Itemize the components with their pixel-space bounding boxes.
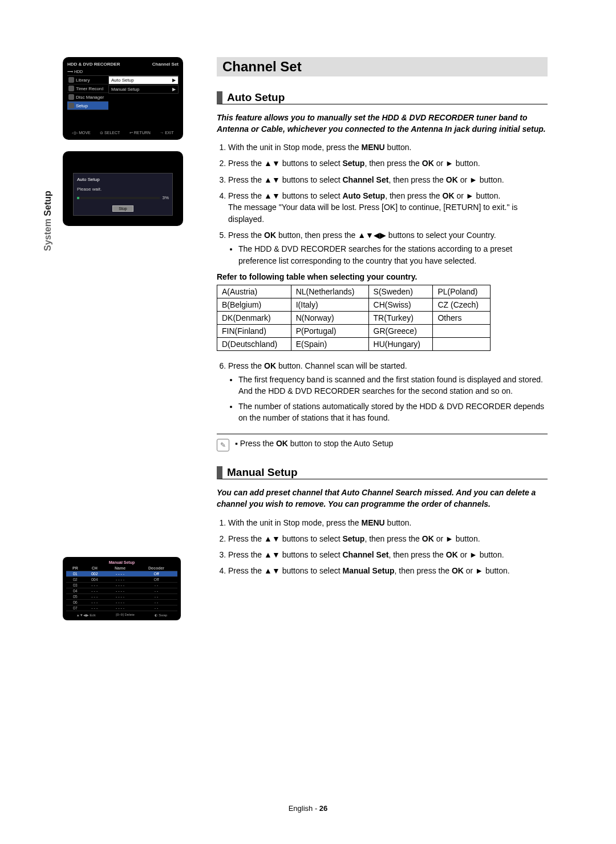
manual-steps: With the unit in Stop mode, press the ME… (217, 517, 548, 577)
side-tab-dark: Setup (43, 191, 52, 216)
osd-sub-manual: Manual Setup▶ (108, 85, 179, 94)
osd-menu-library: Library (67, 76, 108, 84)
auto-setup-intro: This feature allows you to manually set … (217, 112, 548, 135)
table-row: 07- - -- - - -- - (66, 605, 177, 611)
side-tab-light: System (43, 216, 52, 251)
table-row: 03- - -- - - -- - (66, 583, 177, 588)
mstep-1: With the unit in Stop mode, press the ME… (228, 517, 548, 528)
osd-manual-table: Manual Setup PR CH Name Decoder 01002- -… (63, 557, 181, 620)
table-row: 05- - -- - - -- - (66, 594, 177, 600)
mstep-3: Press the ▲▼ buttons to select Channel S… (228, 549, 548, 560)
table-row: 02004- - - -Off (66, 577, 177, 583)
step-5: Press the OK button, then press the ▲▼◀▶… (228, 229, 548, 266)
section-band: Channel Set (217, 57, 548, 76)
osd-auto-progress: Auto Setup Please wait. 3% Stop (63, 151, 183, 226)
osd-hdd-indicator: ⟶ HDD (67, 68, 179, 75)
manual-setup-heading: Manual Setup (217, 466, 548, 479)
step-6: Press the OK button. Channel scan will b… (228, 360, 548, 423)
table-row: 04- - -- - - -- - (66, 588, 177, 594)
osd-menu-setup: Setup (67, 102, 108, 110)
step-2: Press the ▲▼ buttons to select Setup, th… (228, 158, 548, 169)
osd-title-right: Channel Set (152, 62, 179, 67)
note-box: ✎ ▪ Press the OK button to stop the Auto… (217, 434, 548, 451)
osd2-stop-button: Stop (112, 205, 133, 212)
page-footer: English - 26 (0, 804, 616, 813)
osd-sub-auto: Auto Setup▶ (108, 76, 179, 84)
table-row: 06- - -- - - -- - (66, 600, 177, 605)
osd-menu-disc: Disc Manager (67, 93, 108, 102)
osd-title-left: HDD & DVD RECORDER (67, 62, 120, 67)
osd2-progress-fill (77, 197, 79, 199)
country-table: A(Austria)NL(Netherlands)S(Sweden)PL(Pol… (217, 285, 491, 351)
mstep-2: Press the ▲▼ buttons to select Setup, th… (228, 533, 548, 544)
side-tab: System Setup (43, 191, 53, 251)
osd2-percent: 3% (162, 195, 169, 200)
step-1: With the unit in Stop mode, press the ME… (228, 142, 548, 153)
osd2-title: Auto Setup (77, 177, 169, 182)
osd-channel-set: HDD & DVD RECORDER Channel Set ⟶ HDD Lib… (63, 57, 183, 140)
osd3-title: Manual Setup (66, 560, 177, 564)
osd2-msg: Please wait. (77, 187, 169, 192)
mstep-4: Press the ▲▼ buttons to select Manual Se… (228, 565, 548, 576)
manual-setup-intro: You can add preset channel that Auto Cha… (217, 487, 548, 510)
note-icon: ✎ (217, 439, 229, 451)
osd-footer-hints: ◁▷ MOVE⊙ SELECT↩ RETURN→ EXIT (67, 127, 179, 135)
auto-setup-heading: Auto Setup (217, 91, 548, 104)
step-4: Press the ▲▼ buttons to select Auto Setu… (228, 190, 548, 225)
step-3: Press the ▲▼ buttons to select Channel S… (228, 174, 548, 185)
auto-steps: With the unit in Stop mode, press the ME… (217, 142, 548, 266)
auto-steps-cont: Press the OK button. Channel scan will b… (217, 360, 548, 423)
country-table-note: Refer to following table when selecting … (217, 272, 548, 281)
table-row: 01002- - - -Off (66, 571, 177, 577)
osd-menu-timer: Timer Record (67, 84, 108, 93)
